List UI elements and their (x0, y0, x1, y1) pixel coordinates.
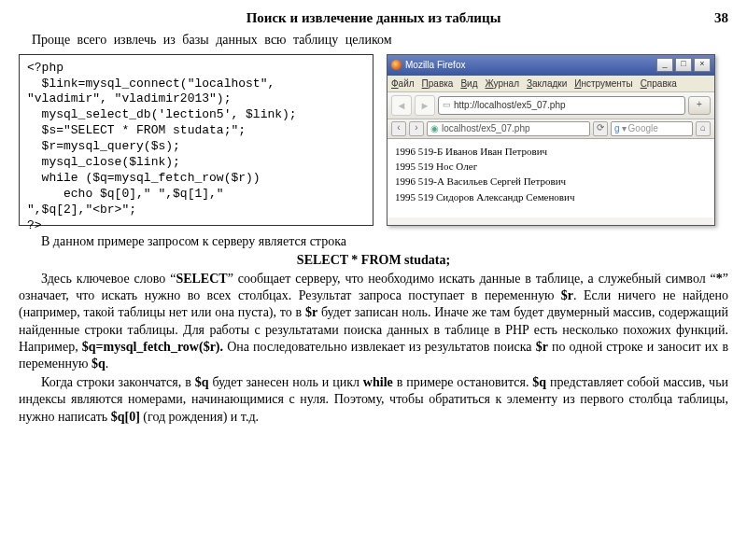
menu-view[interactable]: Вид (460, 77, 477, 90)
home-button[interactable]: ⌂ (696, 121, 711, 136)
back-button[interactable]: ◄ (391, 95, 412, 116)
nav-toolbar: ◄ ► ▭ http://localhost/ex5_07.php + (388, 92, 714, 119)
menu-history[interactable]: Журнал (485, 77, 519, 90)
page-icon: ▭ (443, 100, 451, 111)
page-content: 1996 519-Б Иванов Иван Петрович 1995 519… (388, 139, 714, 217)
new-tab-button[interactable]: + (688, 96, 711, 115)
page-title: Поиск и извлечение данных из таблицы (19, 9, 728, 28)
menu-bookmarks[interactable]: Закладки (527, 77, 567, 90)
menu-bar: Файл Правка Вид Журнал Закладки Инструме… (388, 76, 714, 92)
window-title: Mozilla Firefox (405, 59, 465, 71)
result-row: 1995 519 Сидоров Александр Семенович (395, 190, 707, 203)
globe-icon: ◉ (430, 122, 439, 134)
subtitle: Проще всего извлечь из базы данных всю т… (32, 32, 728, 49)
window-titlebar: Mozilla Firefox _ □ × (388, 55, 714, 76)
sql-statement: SELECT * FROM studata; (19, 252, 728, 269)
menu-tools[interactable]: Инструменты (574, 77, 632, 90)
nav-prev-icon[interactable]: ‹ (391, 121, 406, 136)
search-field[interactable]: g ▾ Google (611, 121, 693, 136)
url-text: http://localhost/ex5_07.php (454, 99, 566, 111)
path-display[interactable]: ◉ localhost/ex5_07.php (427, 121, 590, 136)
menu-help[interactable]: Справка (641, 77, 677, 90)
stop-reload-icon[interactable]: ⟳ (593, 121, 608, 136)
browser-window: Mozilla Firefox _ □ × Файл Правка Вид Жу… (387, 54, 715, 226)
menu-file[interactable]: Файл (391, 77, 415, 90)
sub-toolbar: ‹ › ◉ localhost/ex5_07.php ⟳ g ▾ Google … (388, 119, 714, 139)
body-text: В данном примере запросом к серверу явля… (19, 233, 728, 426)
url-field[interactable]: ▭ http://localhost/ex5_07.php (438, 96, 685, 115)
maximize-button[interactable]: □ (675, 58, 692, 72)
page-number: 38 (714, 9, 728, 28)
result-row: 1995 519 Нос Олег (395, 160, 707, 173)
menu-edit[interactable]: Правка (422, 77, 454, 90)
google-icon: g (614, 122, 620, 134)
minimize-button[interactable]: _ (656, 58, 673, 72)
result-row: 1996 519-А Васильев Сергей Петрович (395, 175, 707, 188)
nav-next-icon[interactable]: › (409, 121, 424, 136)
forward-button[interactable]: ► (415, 95, 435, 116)
result-row: 1996 519-Б Иванов Иван Петрович (395, 145, 707, 158)
code-block: <?php $link=mysql_connect("localhost", "… (19, 54, 374, 226)
close-button[interactable]: × (694, 58, 711, 72)
firefox-icon (391, 60, 402, 70)
